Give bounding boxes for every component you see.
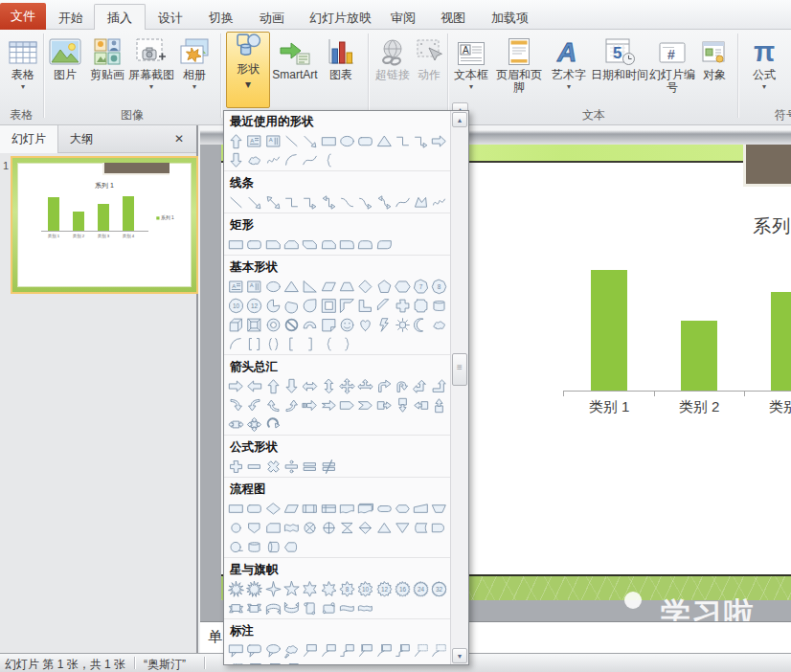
shape-curve[interactable] — [301, 150, 319, 169]
shape-process[interactable] — [227, 499, 245, 518]
slidenumber-button[interactable]: #幻灯片编号 — [649, 32, 695, 94]
shape-arrow[interactable] — [245, 192, 263, 212]
shape-star-10-point[interactable]: 10 — [356, 579, 374, 598]
panel-tab-大纲[interactable]: 大纲 — [58, 125, 104, 153]
shape-magnetic-disk[interactable] — [245, 537, 263, 556]
scroll-down-icon[interactable]: ▼ — [452, 648, 467, 663]
shape-cloud[interactable] — [245, 150, 263, 169]
shape-bent-arrow[interactable] — [374, 376, 393, 395]
shape-punched-tape[interactable] — [282, 518, 301, 537]
shape-double-brace[interactable] — [264, 334, 282, 353]
shape-left-right-arrow[interactable] — [301, 376, 319, 395]
shape-off-page-connector[interactable] — [245, 518, 263, 537]
tab-加载项[interactable]: 加载项 — [479, 6, 541, 30]
shape-block-arc[interactable] — [301, 315, 319, 334]
shape-star-7-point[interactable] — [319, 579, 337, 598]
shape-sun[interactable] — [394, 315, 412, 334]
panel-tab-幻灯片[interactable]: 幻灯片 — [0, 125, 58, 153]
shape-rounded-rectangular-callout[interactable] — [245, 640, 263, 660]
shape-elbow-arrow-connector[interactable] — [412, 131, 430, 150]
shape-vertical-text-box[interactable]: A — [264, 131, 282, 150]
shape-star-24-point[interactable]: 24 — [412, 579, 430, 598]
tab-视图[interactable]: 视图 — [428, 6, 478, 30]
shape-terminator[interactable] — [374, 499, 393, 518]
shape-left-right-up-arrow[interactable] — [356, 376, 374, 395]
shape-pie[interactable] — [264, 296, 282, 315]
shape-up-arrow[interactable] — [227, 131, 245, 150]
shape-vertical-scroll[interactable] — [301, 598, 319, 617]
headerfooter-button[interactable]: 页眉和页脚 — [491, 32, 547, 94]
shape-star-8-point[interactable]: 8 — [338, 579, 356, 598]
shape-snip-and-round-single-corner-rectangle[interactable] — [319, 235, 337, 254]
shape-isosceles-triangle[interactable] — [282, 277, 301, 296]
shape-arrow[interactable] — [301, 131, 319, 150]
shape-rounded-rectangle[interactable] — [356, 131, 374, 150]
shape-heptagon[interactable]: 7 — [412, 277, 430, 296]
shape-up-arrow[interactable] — [264, 376, 282, 395]
tab-审阅[interactable]: 审阅 — [378, 6, 428, 30]
shape-half-frame[interactable] — [338, 296, 356, 315]
shape-double-arrow[interactable] — [264, 192, 282, 212]
shape-no-symbol[interactable] — [282, 315, 301, 334]
shape-moon[interactable] — [412, 315, 430, 334]
equation-button[interactable]: π 公式 ▾ — [744, 32, 784, 91]
shape-alternate-process[interactable] — [245, 499, 263, 518]
shape-left-brace[interactable] — [319, 334, 337, 353]
chart-title[interactable]: 系列 1 — [753, 214, 791, 239]
shape-sequential-access-storage[interactable] — [227, 537, 245, 556]
chart-bar[interactable] — [591, 270, 627, 391]
shape-arc[interactable] — [282, 150, 301, 169]
shape-star-4-point[interactable] — [264, 579, 282, 598]
shape-heart[interactable] — [356, 315, 374, 334]
shape-bent-up-arrow[interactable] — [430, 376, 448, 395]
shape-scribble[interactable] — [430, 192, 448, 212]
shape-star-16-point[interactable]: 16 — [394, 579, 412, 598]
shape-explosion-2[interactable] — [245, 579, 263, 598]
chart-button[interactable]: 图表 — [320, 32, 362, 81]
clipart-button[interactable]: 剪贴画 — [86, 32, 128, 81]
shape-line-callout-1[interactable] — [301, 640, 319, 660]
shape-direct-access-storage[interactable] — [264, 537, 282, 556]
shape-line[interactable] — [227, 192, 245, 212]
shape-chord[interactable] — [282, 296, 301, 315]
shape-merge[interactable] — [394, 518, 412, 537]
shape-rectangle[interactable] — [319, 131, 337, 150]
shape-notched-right-arrow[interactable] — [319, 395, 337, 414]
shape-line-callout-2-accent-bar[interactable] — [374, 640, 393, 660]
album-button[interactable]: 相册▾ — [175, 32, 214, 91]
shape-star-5-point[interactable] — [282, 579, 301, 598]
shape-equal[interactable] — [301, 457, 319, 476]
scrollbar-thumb[interactable] — [452, 353, 467, 386]
shape-curved-left-arrow[interactable] — [245, 395, 263, 414]
shape-oval[interactable] — [338, 131, 356, 150]
close-icon[interactable]: ✕ — [171, 131, 187, 146]
shape-extract[interactable] — [374, 518, 393, 537]
shape-line-callout-2-no-border[interactable] — [430, 640, 448, 660]
shape-line-callout-2[interactable] — [319, 640, 337, 660]
shape-up-arrow-callout[interactable] — [430, 395, 448, 414]
shape-arc[interactable] — [227, 334, 245, 353]
shape-freeform[interactable] — [412, 192, 430, 212]
shape-star-12-point[interactable]: 12 — [374, 579, 393, 598]
shape-card[interactable] — [264, 518, 282, 537]
shape-lightning-bolt[interactable] — [374, 315, 393, 334]
shape-explosion-1[interactable] — [227, 579, 245, 598]
shape-pentagon-arrow[interactable] — [338, 395, 356, 414]
shape-predefined-process[interactable] — [301, 499, 319, 518]
shape-up-ribbon[interactable] — [227, 598, 245, 617]
shape-display[interactable] — [282, 537, 301, 556]
shape-wave[interactable] — [338, 598, 356, 617]
shape-curved-connector[interactable] — [338, 192, 356, 212]
shape-delay[interactable] — [430, 518, 448, 537]
tab-设计[interactable]: 设计 — [146, 6, 195, 30]
chart-bar[interactable] — [771, 292, 791, 391]
shape-curved-double-arrow-connector[interactable] — [374, 192, 393, 212]
shape-frame[interactable] — [319, 296, 337, 315]
shape-cube[interactable] — [227, 315, 245, 334]
shape-line-callout-3-border-accent-bar[interactable] — [282, 660, 301, 664]
shape-oval[interactable] — [264, 277, 282, 296]
shape-rectangle[interactable] — [227, 235, 245, 254]
shape-cloud[interactable] — [430, 315, 448, 334]
dropdown-scrollbar[interactable]: ▲ ▼ — [450, 111, 468, 664]
shape-hexagon[interactable] — [394, 277, 412, 296]
